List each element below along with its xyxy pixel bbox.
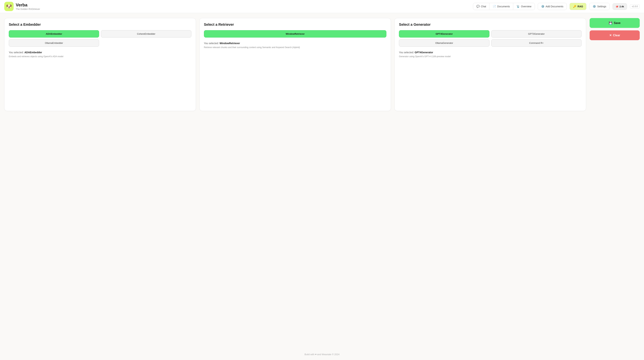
nav-rag[interactable]: 🔑 RAG (570, 3, 586, 10)
nav-overview-label: Overview (521, 5, 531, 8)
embedder-selected-info: You selected: ADAEmbedder Embeds and ret… (9, 51, 192, 58)
main-content: Select a Embedder ADAEmbedder CohereEmbe… (0, 13, 644, 349)
generator-selected-desc: Generator using OpenAI's GPT-4-1106-prev… (399, 55, 582, 58)
panels-row: Select a Embedder ADAEmbedder CohereEmbe… (4, 18, 640, 111)
github-button[interactable]: 🐙 2.4k (612, 3, 627, 10)
clear-button[interactable]: ✕ Clear (590, 30, 640, 40)
save-label: Save (614, 21, 620, 25)
generator-selected-label: You selected: GPT4Generator (399, 51, 582, 54)
nav-add-docs[interactable]: ⚙️ Add Documents (538, 3, 567, 10)
generator-options: GPT4Generator GPT3Generator OllamaGenera… (399, 30, 582, 47)
brand-title: Verba (16, 2, 40, 7)
generator-selected-info: You selected: GPT4Generator Generator us… (399, 51, 582, 58)
nav-chat-label: Chat (481, 5, 486, 8)
generator-option-gpt3[interactable]: GPT3Generator (491, 30, 582, 37)
embedder-selected-prefix: You selected: (9, 51, 24, 54)
nav-rag-label: RAG (578, 5, 583, 8)
nav-group-main: 💬 Chat 📄 Documents 📡 Overview (473, 3, 535, 10)
retriever-selected-name: WindowRetriever (220, 42, 240, 45)
overview-icon: 📡 (516, 5, 520, 8)
save-button[interactable]: 💾 Save (590, 18, 640, 28)
retriever-selected-prefix: You selected: (204, 42, 220, 45)
github-icon: 🐙 (616, 5, 618, 8)
nav-settings[interactable]: ⚙️ Settings (589, 3, 610, 10)
embedder-selected-label: You selected: ADAEmbedder (9, 51, 192, 54)
generator-title: Select a Generator (399, 22, 582, 27)
logo-emoji: 🐶 (6, 4, 12, 9)
settings-icon: ⚙️ (593, 5, 596, 8)
generator-option-ollama[interactable]: OllamaGenerator (399, 39, 489, 47)
nav-overview[interactable]: 📡 Overview (513, 3, 534, 10)
retriever-selected-desc: Retrieve relevant chunks and their surro… (204, 46, 386, 49)
rag-icon: 🔑 (573, 5, 576, 8)
embedder-option-ollama[interactable]: OllamaEmbedder (9, 39, 99, 47)
logo-area: 🐶 Verba The Golden RAGtriever (4, 2, 40, 11)
nav-documents[interactable]: 📄 Documents (490, 3, 513, 10)
add-docs-icon: ⚙️ (541, 5, 544, 8)
documents-icon: 📄 (493, 5, 496, 8)
embedder-selected-name: ADAEmbedder (24, 51, 42, 54)
embedder-option-cohere[interactable]: CohereEmbedder (101, 30, 191, 37)
clear-icon: ✕ (609, 34, 612, 37)
nav-documents-label: Documents (497, 5, 510, 8)
embedder-option-ada[interactable]: ADAEmbedder (9, 30, 99, 37)
embedder-options: ADAEmbedder CohereEmbedder OllamaEmbedde… (9, 30, 192, 47)
generator-option-gpt4[interactable]: GPT4Generator (399, 30, 489, 37)
version-badge: v1.0.0 (630, 4, 640, 8)
action-panel: 💾 Save ✕ Clear (590, 18, 640, 40)
generator-panel: Select a Generator GPT4Generator GPT3Gen… (394, 18, 586, 111)
retriever-selected-info: You selected: WindowRetriever Retrieve r… (204, 42, 386, 49)
nav-chat[interactable]: 💬 Chat (473, 3, 490, 10)
retriever-title: Select a Retriever (204, 22, 386, 27)
save-icon: 💾 (609, 21, 612, 25)
clear-label: Clear (613, 34, 620, 37)
embedder-title: Select a Embedder (9, 22, 192, 27)
generator-selected-prefix: You selected: (399, 51, 414, 54)
generator-selected-name: GPT4Generator (415, 51, 433, 54)
logo-icon: 🐶 (4, 2, 14, 11)
nav-add-docs-label: Add Documents (546, 5, 564, 8)
footer-text: Build with ♥ and Weaviate © 2024 (304, 353, 340, 356)
retriever-panel: Select a Retriever WindowRetriever You s… (200, 18, 391, 111)
embedder-panel: Select a Embedder ADAEmbedder CohereEmbe… (4, 18, 196, 111)
generator-option-commandr[interactable]: Command R+ (491, 39, 582, 47)
retriever-selected-label: You selected: WindowRetriever (204, 42, 386, 45)
nav-settings-label: Settings (597, 5, 606, 8)
retriever-option-window[interactable]: WindowRetriever (204, 30, 386, 37)
chat-icon: 💬 (476, 5, 480, 8)
embedder-selected-desc: Embeds and retrieves objects using OpenA… (9, 55, 192, 58)
brand-subtitle: The Golden RAGtriever (16, 8, 40, 10)
footer: Build with ♥ and Weaviate © 2024 (0, 349, 644, 360)
retriever-options: WindowRetriever (204, 30, 386, 37)
navbar: 🐶 Verba The Golden RAGtriever 💬 Chat 📄 D… (0, 0, 644, 13)
github-stars: 2.4k (620, 5, 624, 8)
